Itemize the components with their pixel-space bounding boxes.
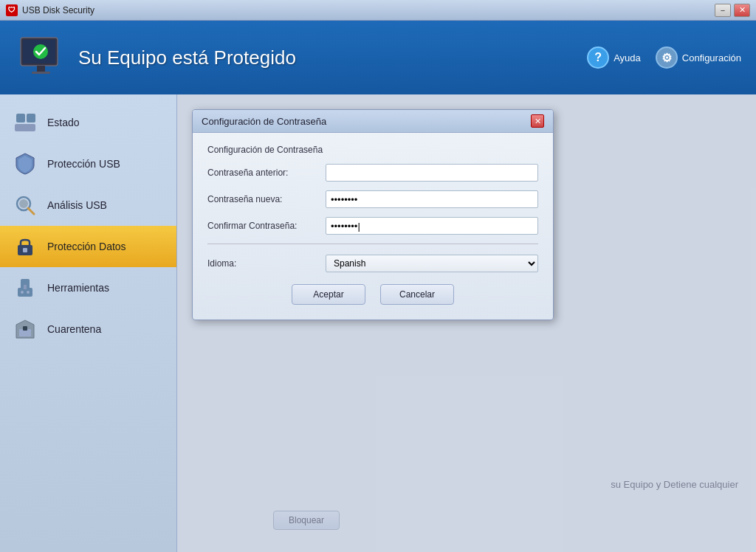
- close-button[interactable]: ✕: [734, 4, 750, 17]
- sidebar-analisis-usb-label: Análisis USB: [47, 199, 107, 211]
- sidebar-item-cuarentena[interactable]: Cuarentena: [0, 308, 176, 350]
- sidebar: Estado Protección USB Análisis USB: [0, 94, 177, 552]
- dialog-close-button[interactable]: ✕: [531, 114, 544, 128]
- confirm-password-label: Confirmar Contraseña:: [207, 221, 326, 231]
- language-row: Idioma: Spanish English French German Po…: [207, 255, 538, 272]
- analisis-usb-icon: [12, 192, 38, 218]
- window-controls: − ✕: [715, 4, 750, 17]
- header-left: Su Equipo está Protegido: [15, 32, 296, 83]
- sidebar-herramientas-label: Herramientas: [47, 282, 109, 294]
- new-password-label: Contraseña nueva:: [207, 194, 326, 204]
- old-password-label: Contraseña anterior:: [207, 168, 326, 178]
- password-config-dialog: Configuración de Contraseña ✕ Configurac…: [192, 109, 554, 320]
- language-select[interactable]: Spanish English French German Portuguese: [326, 255, 538, 272]
- svg-rect-3: [32, 72, 50, 74]
- app-icon: 🛡: [6, 4, 18, 16]
- sidebar-item-proteccion-datos[interactable]: Protección Datos: [0, 226, 176, 267]
- herramientas-icon: [12, 275, 38, 301]
- estado-icon: [12, 109, 38, 136]
- gear-icon: ⚙: [656, 46, 678, 69]
- svg-rect-6: [16, 114, 25, 123]
- dialog-buttons: Aceptar Cancelar: [207, 284, 538, 305]
- confirm-password-field: Confirmar Contraseña:: [207, 217, 538, 235]
- language-label: Idioma:: [207, 258, 326, 269]
- cuarentena-icon: [12, 316, 38, 342]
- proteccion-datos-icon: [12, 233, 38, 260]
- title-bar: 🛡 USB Disk Security − ✕: [0, 0, 756, 21]
- svg-point-16: [21, 291, 24, 294]
- dialog-title: Configuración de Contraseña: [202, 116, 326, 127]
- help-label: Ayuda: [614, 52, 641, 63]
- help-icon: ?: [587, 46, 609, 69]
- title-bar-left: 🛡 USB Disk Security: [6, 4, 94, 16]
- svg-point-9: [19, 199, 28, 208]
- sidebar-item-estado[interactable]: Estado: [0, 102, 176, 143]
- confirm-password-input[interactable]: [326, 217, 538, 235]
- old-password-input[interactable]: [326, 164, 538, 182]
- help-button[interactable]: ? Ayuda: [587, 46, 641, 69]
- svg-rect-19: [23, 326, 27, 331]
- modal-overlay: Configuración de Contraseña ✕ Configurac…: [177, 94, 756, 552]
- svg-point-17: [27, 291, 30, 294]
- dialog-divider: [207, 244, 538, 244]
- dialog-body: Configuración de Contraseña Contraseña a…: [193, 133, 553, 320]
- svg-rect-2: [37, 66, 45, 72]
- svg-rect-15: [24, 285, 27, 289]
- sidebar-estado-label: Estado: [47, 117, 80, 128]
- sidebar-item-herramientas[interactable]: Herramientas: [0, 267, 176, 308]
- sidebar-item-analisis-usb[interactable]: Análisis USB: [0, 184, 176, 226]
- dialog-title-bar: Configuración de Contraseña ✕: [193, 110, 553, 133]
- accept-button[interactable]: Aceptar: [292, 284, 365, 305]
- new-password-field: Contraseña nueva:: [207, 190, 538, 208]
- minimize-button[interactable]: −: [715, 4, 731, 17]
- svg-rect-5: [15, 124, 35, 131]
- old-password-field: Contraseña anterior:: [207, 164, 538, 182]
- svg-rect-7: [27, 114, 35, 123]
- svg-line-10: [28, 208, 34, 214]
- content-area: Prevención de Pérdida de Datos atos conf…: [177, 94, 756, 552]
- proteccion-usb-icon: [12, 151, 38, 177]
- monitor-icon: [15, 32, 66, 83]
- app-title: USB Disk Security: [22, 5, 94, 15]
- svg-rect-12: [23, 248, 27, 252]
- config-button[interactable]: ⚙ Configuración: [656, 46, 741, 69]
- dialog-section-label: Configuración de Contraseña: [207, 145, 538, 155]
- sidebar-proteccion-usb-label: Protección USB: [47, 158, 120, 170]
- main-content: Estado Protección USB Análisis USB: [0, 94, 756, 552]
- sidebar-item-proteccion-usb[interactable]: Protección USB: [0, 143, 176, 184]
- header-right: ? Ayuda ⚙ Configuración: [587, 46, 741, 69]
- new-password-input[interactable]: [326, 190, 538, 208]
- config-label: Configuración: [682, 52, 741, 63]
- header-title: Su Equipo está Protegido: [78, 46, 296, 69]
- sidebar-proteccion-datos-label: Protección Datos: [47, 241, 126, 252]
- app-header: Su Equipo está Protegido ? Ayuda ⚙ Confi…: [0, 21, 756, 94]
- sidebar-cuarentena-label: Cuarentena: [47, 323, 101, 335]
- cancel-button[interactable]: Cancelar: [380, 284, 454, 305]
